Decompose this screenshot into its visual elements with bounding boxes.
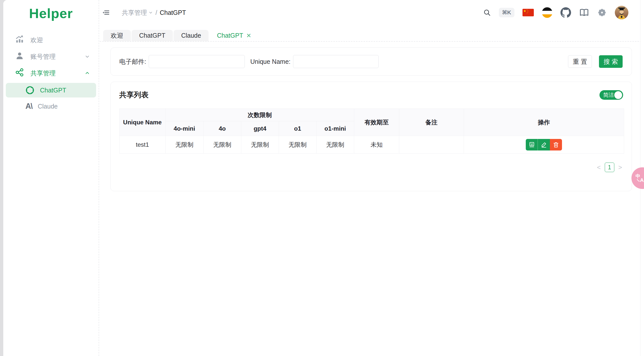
sidebar: Helper 欢迎 [3, 0, 99, 356]
cell-expiry: 未知 [354, 136, 399, 154]
breadcrumb-separator: / [155, 9, 157, 16]
book-icon[interactable] [579, 8, 589, 18]
cell-limit-o1-mini: 无限制 [316, 136, 354, 154]
search-icon[interactable] [483, 9, 491, 16]
sidebar-item-label: 共享管理 [30, 69, 56, 77]
email-label: 电子邮件: [119, 58, 146, 66]
chart-icon [15, 35, 24, 45]
column-header-o1-mini: o1-mini [316, 121, 354, 136]
chevron-up-icon [85, 70, 90, 76]
gear-icon[interactable] [597, 8, 607, 17]
chevron-down-icon [85, 54, 90, 59]
column-header-expiry: 有效期至 [354, 109, 399, 136]
flag-cn-icon[interactable] [522, 9, 534, 16]
github-icon[interactable] [560, 7, 571, 18]
cell-limit-gpt4: 无限制 [241, 136, 279, 154]
trash-icon [553, 141, 559, 148]
chevron-down-icon [148, 10, 153, 15]
sidebar-menu: 欢迎 账号管理 [3, 32, 99, 114]
email-field[interactable] [149, 55, 245, 68]
unique-name-field[interactable] [293, 55, 379, 68]
pagination-prev-icon[interactable]: < [597, 164, 601, 171]
column-header-unique-name: Unique Name [119, 109, 166, 136]
cell-note [399, 136, 464, 154]
anthropic-icon: A\ [25, 102, 32, 111]
tab-chatgpt-1[interactable]: ChatGPT [132, 30, 173, 41]
sidebar-item-sharing[interactable]: 共享管理 [3, 65, 99, 81]
header-actions: ⌘K [483, 6, 628, 19]
close-icon[interactable]: ✕ [246, 33, 251, 39]
tab-welcome[interactable]: 欢迎 [103, 30, 131, 41]
breadcrumb: 共享管理 / ChatGPT [122, 9, 186, 17]
sidebar-item-label: ChatGPT [40, 87, 66, 94]
cell-limit-o1: 无限制 [279, 136, 316, 154]
openai-icon [25, 86, 34, 95]
toggle-knob [614, 91, 622, 99]
edit-button[interactable] [538, 139, 550, 150]
user-icon [15, 52, 24, 62]
flag-circle-icon[interactable] [542, 7, 552, 18]
share-icon [15, 68, 24, 78]
column-header-actions: 操作 [464, 109, 624, 136]
compact-toggle[interactable]: 简洁 [599, 90, 623, 100]
app-window: Helper 欢迎 [3, 0, 644, 356]
column-header-o1: o1 [279, 121, 316, 136]
svg-text:A: A [640, 177, 644, 183]
column-header-note: 备注 [399, 109, 464, 136]
pagination-page-1[interactable]: 1 [605, 163, 614, 172]
reset-button[interactable]: 重 置 [568, 55, 592, 68]
cell-limit-4o: 无限制 [204, 136, 241, 154]
sidebar-item-label: 欢迎 [30, 36, 43, 44]
top-header: 共享管理 / ChatGPT ⌘K [100, 0, 644, 25]
sidebar-item-chatgpt[interactable]: ChatGPT [6, 83, 96, 97]
edit-icon [541, 141, 547, 148]
share-table: Unique Name 次数限制 有效期至 备注 操作 4o-mini 4o g… [119, 109, 624, 154]
column-header-limit-group: 次数限制 [166, 109, 354, 121]
column-header-4o: 4o [204, 121, 241, 136]
breadcrumb-current: ChatGPT [160, 9, 186, 16]
cell-limit-4o-mini: 无限制 [166, 136, 204, 154]
tab-claude[interactable]: Claude [174, 30, 209, 41]
unique-name-label: Unique Name: [250, 58, 291, 65]
keyboard-shortcut-badge[interactable]: ⌘K [499, 8, 514, 17]
cell-actions [464, 136, 624, 154]
delete-button[interactable] [550, 139, 562, 150]
pagination-next-icon[interactable]: > [618, 164, 622, 171]
share-list-card: 共享列表 简洁 [110, 82, 632, 191]
breadcrumb-parent[interactable]: 共享管理 [122, 9, 153, 17]
sidebar-item-welcome[interactable]: 欢迎 [3, 32, 99, 48]
column-header-gpt4: gpt4 [241, 121, 279, 136]
page-title: 共享列表 [119, 90, 148, 100]
main-area: 共享管理 / ChatGPT ⌘K [100, 0, 644, 356]
app-logo: Helper [3, 6, 99, 21]
sidebar-collapse-icon[interactable] [102, 9, 110, 16]
column-header-4o-mini: 4o-mini [166, 121, 204, 136]
sidebar-item-claude[interactable]: A\ Claude [6, 99, 96, 114]
content-area: 电子邮件: Unique Name: 重 置 搜 索 共享列表 简洁 [100, 42, 644, 191]
sidebar-item-label: Claude [38, 103, 58, 110]
toggle-label: 简洁 [603, 91, 614, 98]
translate-icon: 中 A [634, 173, 644, 184]
table-row: test1 无限制 无限制 无限制 无限制 无限制 未知 [119, 136, 624, 154]
account-info-button[interactable] [526, 139, 538, 150]
sidebar-item-label: 账号管理 [30, 53, 56, 61]
tab-strip: 欢迎 ChatGPT Claude ChatGPT ✕ [100, 25, 644, 42]
tab-chatgpt-active[interactable]: ChatGPT ✕ [209, 30, 259, 41]
cell-unique-name: test1 [119, 136, 166, 154]
search-form-card: 电子邮件: Unique Name: 重 置 搜 索 [110, 47, 632, 76]
pagination: < 1 > [119, 163, 623, 172]
search-button[interactable]: 搜 索 [599, 55, 623, 68]
svg-text:中: 中 [635, 173, 640, 179]
sidebar-item-accounts[interactable]: 账号管理 [3, 48, 99, 65]
card-info-icon [529, 141, 535, 148]
avatar[interactable] [615, 6, 628, 19]
